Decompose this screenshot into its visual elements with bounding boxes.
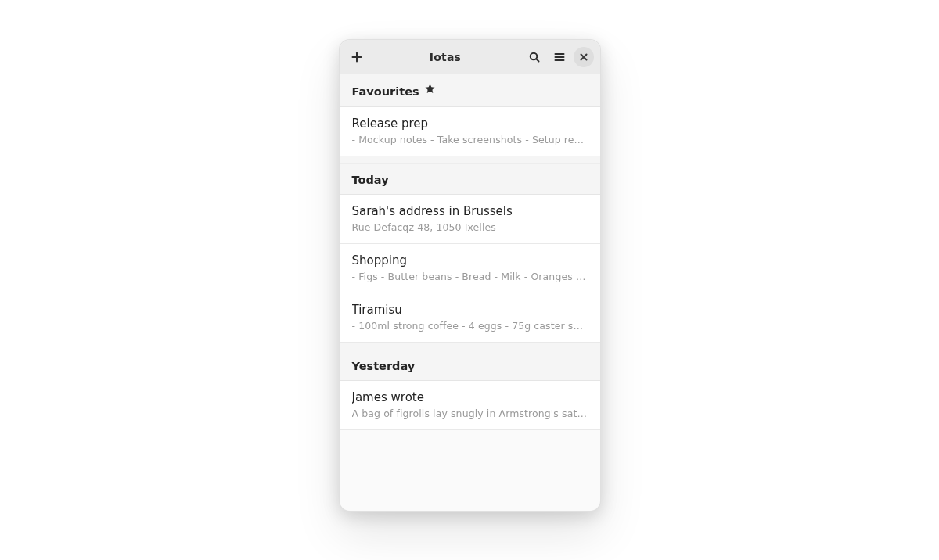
note-row[interactable]: Tiramisu - 100ml strong coffee - 4 eggs … xyxy=(340,293,600,343)
note-row[interactable]: Sarah's address in Brussels Rue Defacqz … xyxy=(340,195,600,244)
note-preview: - 100ml strong coffee - 4 eggs - 75g cas… xyxy=(352,320,588,332)
close-window-button[interactable] xyxy=(574,47,594,67)
star-icon xyxy=(424,84,436,99)
menu-button[interactable] xyxy=(549,46,570,68)
section-header-yesterday: Yesterday xyxy=(340,350,600,381)
note-row[interactable]: James wrote A bag of figrolls lay snugly… xyxy=(340,381,600,430)
plus-icon xyxy=(351,51,363,63)
note-title: Sarah's address in Brussels xyxy=(352,204,588,218)
section-header-today: Today xyxy=(340,164,600,195)
note-row[interactable]: Release prep - Mockup notes - Take scree… xyxy=(340,107,600,156)
note-preview: A bag of figrolls lay snugly in Armstron… xyxy=(352,407,588,419)
section-header-favourites: Favourites xyxy=(340,74,600,107)
search-icon xyxy=(528,51,541,63)
close-icon xyxy=(577,51,590,63)
note-title: Tiramisu xyxy=(352,303,588,317)
app-window: Iotas xyxy=(339,39,601,512)
section-label: Favourites xyxy=(352,85,419,98)
note-title: James wrote xyxy=(352,390,588,404)
note-preview: - Mockup notes - Take screenshots - Setu… xyxy=(352,134,588,145)
hamburger-icon xyxy=(553,51,566,63)
notes-list: Favourites Release prep - Mockup notes -… xyxy=(340,74,600,511)
header-bar: Iotas xyxy=(340,40,600,74)
section-gap xyxy=(340,156,600,164)
note-row[interactable]: Shopping - Figs - Butter beans - Bread -… xyxy=(340,244,600,293)
section-label: Today xyxy=(352,174,389,186)
search-button[interactable] xyxy=(523,46,545,68)
note-preview: - Figs - Butter beans - Bread - Milk - O… xyxy=(352,271,588,282)
section-gap xyxy=(340,343,600,350)
note-preview: Rue Defacqz 48, 1050 Ixelles xyxy=(352,221,588,233)
note-title: Shopping xyxy=(352,253,588,267)
note-title: Release prep xyxy=(352,117,588,131)
window-title: Iotas xyxy=(368,51,523,63)
new-note-button[interactable] xyxy=(346,46,368,68)
section-label: Yesterday xyxy=(352,360,416,372)
svg-line-3 xyxy=(536,59,538,61)
